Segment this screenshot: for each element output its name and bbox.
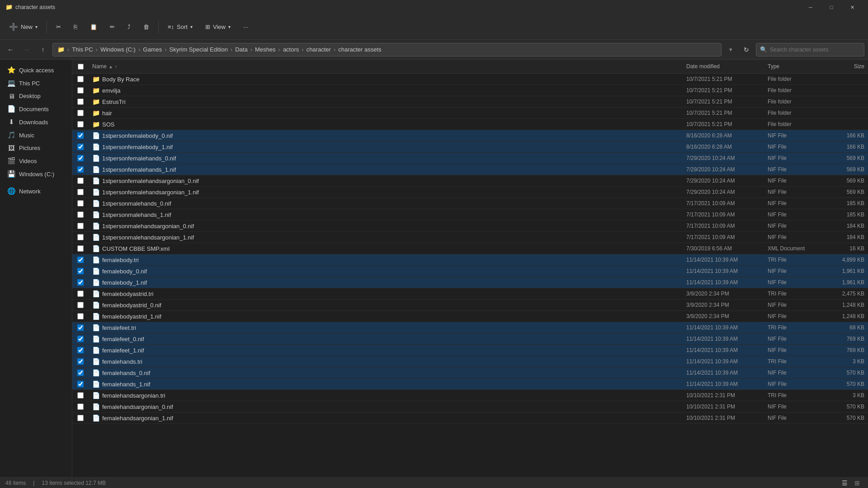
row-checkbox[interactable] [77,110,84,116]
col-header-size[interactable]: Size [823,61,868,71]
back-button[interactable]: ← [4,43,17,56]
new-button[interactable]: ➕ New ▾ [4,19,43,36]
refresh-button[interactable]: ↻ [740,43,753,56]
row-check[interactable] [72,144,89,150]
row-checkbox[interactable] [77,336,84,342]
table-row[interactable]: 📄 femalehands_0.nif 11/14/2021 10:39 AM … [72,367,868,379]
row-checkbox[interactable] [77,245,84,252]
select-all-checkbox[interactable] [78,64,84,70]
row-check[interactable] [72,166,89,173]
table-row[interactable]: 📄 femalebody_0.nif 11/14/2021 10:39 AM N… [72,266,868,277]
row-checkbox[interactable] [77,324,84,331]
forward-button[interactable]: → [20,43,33,56]
sidebar-item-network[interactable]: 🌐 Network [2,185,70,197]
sidebar-item-quick-access[interactable]: ⭐ Quick access [2,64,70,76]
row-checkbox[interactable] [77,87,84,94]
path-actors[interactable]: actors [283,46,299,53]
row-check[interactable] [72,415,89,421]
table-row[interactable]: 📁 hair 10/7/2021 5:21 PM File folder [72,108,868,119]
table-row[interactable]: 📄 femalebodyastrid_0.nif 3/9/2020 2:34 P… [72,300,868,311]
path-data[interactable]: Data [235,46,247,53]
row-check[interactable] [72,223,89,229]
sidebar-item-documents[interactable]: 📄 Documents [2,103,70,115]
search-box[interactable]: 🔍 [756,43,864,56]
row-checkbox[interactable] [77,76,84,82]
sidebar-item-windows-c[interactable]: 💾 Windows (C:) [2,168,70,180]
address-path[interactable]: 📁 › This PC › Windows (C:) › Games › Sky… [52,43,722,56]
grid-view-button[interactable]: ⊞ [852,478,863,488]
row-checkbox[interactable] [77,189,84,195]
path-skyrim[interactable]: Skyrim Special Edition [170,46,228,53]
table-row[interactable]: 📄 1stpersonmalehands_0.nif 7/17/2021 10:… [72,198,868,209]
row-check[interactable] [72,392,89,399]
row-checkbox[interactable] [77,381,84,387]
row-checkbox[interactable] [77,302,84,308]
row-check[interactable] [72,155,89,161]
rename-button[interactable]: ✏ [104,19,120,36]
row-check[interactable] [72,257,89,263]
row-check[interactable] [72,404,89,410]
row-checkbox[interactable] [77,347,84,353]
table-row[interactable]: 📁 EstrusTri 10/7/2021 5:21 PM File folde… [72,96,868,108]
row-check[interactable] [72,347,89,353]
row-checkbox[interactable] [77,144,84,150]
row-check[interactable] [72,234,89,240]
row-check[interactable] [72,245,89,252]
row-check[interactable] [72,178,89,184]
row-checkbox[interactable] [77,370,84,376]
table-row[interactable]: 📄 femalehands.tri 11/14/2021 10:39 AM TR… [72,356,868,367]
row-check[interactable] [72,189,89,195]
table-row[interactable]: 📄 1stpersonfemalehands_1.nif 7/29/2020 1… [72,164,868,175]
table-row[interactable]: 📄 femalefeet.tri 11/14/2021 10:39 AM TRI… [72,322,868,333]
row-check[interactable] [72,381,89,387]
row-checkbox[interactable] [77,279,84,286]
path-games[interactable]: Games [143,46,162,53]
row-check[interactable] [72,336,89,342]
row-checkbox[interactable] [77,268,84,274]
row-checkbox[interactable] [77,223,84,229]
sidebar-item-videos[interactable]: 🎬 Videos [2,155,70,167]
paste-button[interactable]: 📋 [85,19,103,36]
row-check[interactable] [72,313,89,319]
sidebar-item-downloads[interactable]: ⬇ Downloads [2,116,70,128]
table-row[interactable]: 📄 CUSTOM CBBE SMP.xml 7/30/2019 6:56 AM … [72,243,868,254]
row-checkbox[interactable] [77,155,84,161]
row-check[interactable] [72,358,89,365]
table-row[interactable]: 📄 1stpersonfemalehandsargonian_0.nif 7/2… [72,175,868,187]
row-checkbox[interactable] [77,132,84,139]
row-check[interactable] [72,132,89,139]
row-checkbox[interactable] [77,392,84,399]
path-this-pc[interactable]: This PC [72,46,93,53]
table-row[interactable]: 📄 femalehands_1.nif 11/14/2021 10:39 AM … [72,379,868,390]
row-checkbox[interactable] [77,313,84,319]
table-row[interactable]: 📄 1stpersonfemalebody_0.nif 8/16/2020 6:… [72,130,868,141]
search-input[interactable] [770,47,860,53]
sidebar-item-this-pc[interactable]: 💻 This PC [2,77,70,89]
table-row[interactable]: 📄 1stpersonfemalehandsargonian_1.nif 7/2… [72,187,868,198]
sort-button[interactable]: ≡↕ Sort ▾ [162,19,198,36]
more-button[interactable]: ··· [238,19,254,36]
path-windows-c[interactable]: Windows (C:) [100,46,136,53]
col-header-date[interactable]: Date modified [683,61,764,71]
minimize-button[interactable]: ─ [800,0,821,14]
sidebar-item-desktop[interactable]: 🖥 Desktop [2,90,70,102]
row-checkbox[interactable] [77,99,84,105]
row-checkbox[interactable] [77,358,84,365]
row-check[interactable] [72,76,89,82]
table-row[interactable]: 📄 femalefeet_1.nif 11/14/2021 10:39 AM N… [72,345,868,356]
delete-button[interactable]: 🗑 [138,19,155,36]
row-check[interactable] [72,302,89,308]
row-check[interactable] [72,268,89,274]
view-button[interactable]: ⊞ View ▾ [200,19,236,36]
row-check[interactable] [72,211,89,218]
table-row[interactable]: 📄 femalebodyastrid.tri 3/9/2020 2:34 PM … [72,288,868,300]
path-character-assets[interactable]: character assets [338,46,381,53]
header-check-col[interactable] [72,64,89,70]
table-row[interactable]: 📄 femalefeet_0.nif 11/14/2021 10:39 AM N… [72,333,868,345]
table-row[interactable]: 📄 femalebody.tri 11/14/2021 10:39 AM TRI… [72,254,868,266]
row-check[interactable] [72,99,89,105]
row-checkbox[interactable] [77,404,84,410]
row-checkbox[interactable] [77,211,84,218]
address-dropdown-button[interactable]: ▾ [724,43,737,56]
table-row[interactable]: 📄 1stpersonfemalehands_0.nif 7/29/2020 1… [72,153,868,164]
